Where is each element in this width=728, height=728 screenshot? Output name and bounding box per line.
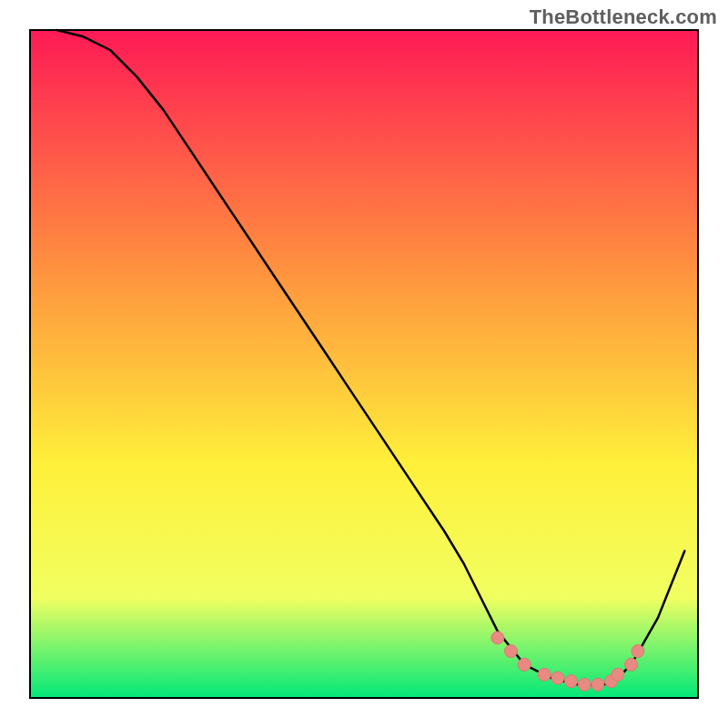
chart-svg [0,0,728,728]
marker-point [538,668,551,681]
marker-point [565,675,578,688]
bottleneck-chart: TheBottleneck.com [0,0,728,728]
marker-point [518,658,531,671]
watermark-text: TheBottleneck.com [530,5,717,29]
marker-point [612,668,624,681]
marker-point [632,645,644,658]
marker-point [505,645,518,658]
marker-point [578,678,591,691]
marker-point [551,672,564,684]
marker-point [592,678,604,691]
plot-background [30,30,698,698]
marker-point [491,632,504,644]
marker-point [625,658,638,671]
